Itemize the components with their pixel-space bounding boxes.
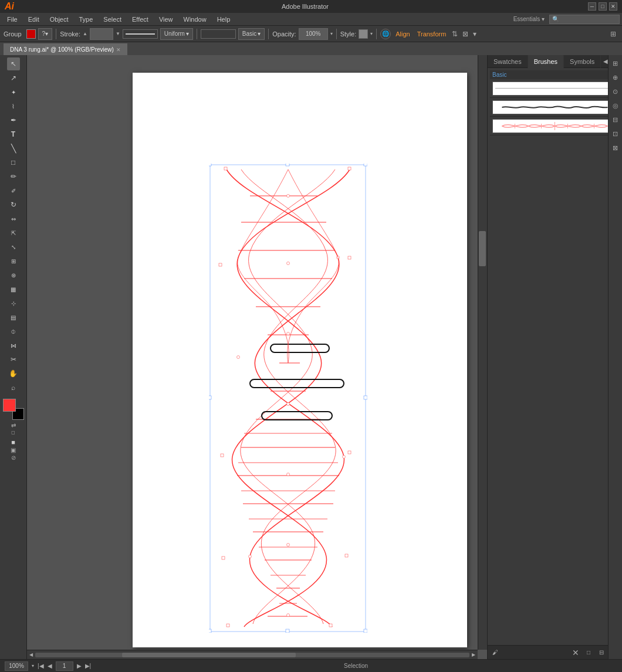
far-icon-1[interactable]: ⊞	[610, 57, 621, 69]
scroll-left-arrow[interactable]: ◀	[29, 652, 33, 657]
tool-pen[interactable]: ✒	[7, 114, 20, 127]
stroke-style-select[interactable]: Uniform▾	[160, 28, 193, 40]
page-nav-first[interactable]: |◀	[38, 663, 44, 669]
menu-edit[interactable]: Edit	[23, 15, 44, 24]
transform-icon-2[interactable]: ⊠	[461, 30, 469, 38]
tool-scale[interactable]: ⇱	[7, 226, 20, 239]
page-input[interactable]	[56, 661, 73, 671]
minimize-button[interactable]: ─	[588, 2, 596, 11]
transform-button[interactable]: Transform	[415, 30, 449, 38]
stroke-label: Stroke:	[60, 30, 80, 38]
panel-add-button[interactable]: ✕	[570, 647, 581, 658]
tool-line[interactable]: ╲	[7, 142, 20, 155]
menu-select[interactable]: Select	[99, 15, 126, 24]
document-tab[interactable]: DNA 3 rung.ai* @ 100% (RGB/Preview) ✕	[4, 43, 127, 55]
close-button[interactable]: ✕	[609, 2, 617, 11]
tool-rectangle[interactable]: □	[7, 156, 20, 169]
style-dropdown[interactable]: ▾	[370, 31, 373, 36]
tool-lasso[interactable]: ⌇	[7, 100, 20, 113]
vertical-scrollbar[interactable]	[478, 55, 487, 650]
tool-mesh[interactable]: ⊹	[7, 297, 20, 310]
stroke-up-btn[interactable]: ▲	[83, 31, 87, 36]
tool-pencil[interactable]: ✐	[7, 184, 20, 197]
zoom-input[interactable]	[5, 661, 28, 671]
panel-copy-button[interactable]: ⊟	[596, 647, 607, 658]
tool-gradient[interactable]: ▤	[7, 311, 20, 324]
tool-selection[interactable]: ↖	[7, 57, 20, 70]
search-input[interactable]	[549, 15, 620, 24]
tool-rotate[interactable]: ↻	[7, 198, 20, 211]
svg-rect-35	[345, 554, 348, 557]
arrange-icon[interactable]: ⊞	[608, 30, 618, 38]
canvas-area[interactable]: ◀ ▶	[27, 55, 487, 659]
menu-window[interactable]: Window	[179, 15, 211, 24]
far-icon-7[interactable]: ⊠	[610, 142, 621, 154]
panel-paint-button[interactable]: 🖌	[490, 647, 501, 658]
horizontal-scrollbar[interactable]: ◀ ▶	[27, 650, 478, 659]
opacity-input[interactable]	[299, 28, 328, 40]
tool-hand[interactable]: ✋	[7, 367, 20, 380]
fill-color-box[interactable]	[26, 29, 36, 39]
zoom-dropdown[interactable]: ▾	[32, 663, 34, 668]
tool-paintbrush[interactable]: ✏	[7, 170, 20, 183]
color-mode-normal[interactable]: ■	[11, 439, 15, 446]
brush-item-2[interactable]	[490, 98, 620, 117]
align-button[interactable]: Align	[393, 30, 412, 38]
svg-point-48	[249, 555, 252, 558]
style-preview-box[interactable]	[359, 29, 368, 39]
brush-item-1[interactable]	[490, 79, 620, 98]
menu-view[interactable]: View	[154, 15, 178, 24]
tool-mirror[interactable]: ⇔	[7, 212, 20, 225]
default-colors[interactable]: ◻	[11, 430, 15, 435]
transform-icon-1[interactable]: ⇅	[451, 30, 459, 38]
transform-icon-3[interactable]: ▾	[472, 30, 478, 38]
menu-type[interactable]: Type	[75, 15, 98, 24]
panel-library-button[interactable]: □	[583, 647, 594, 658]
world-icon[interactable]: 🌐	[380, 29, 391, 39]
menu-object[interactable]: Object	[45, 15, 73, 24]
tool-warp[interactable]: ⤡	[7, 240, 20, 253]
maximize-button[interactable]: □	[599, 2, 607, 11]
stroke-down-btn[interactable]: ▼	[116, 31, 120, 36]
tool-zoom[interactable]: ⌕	[7, 381, 20, 394]
scroll-right-arrow[interactable]: ▶	[472, 652, 475, 657]
tool-symbol-sprayer[interactable]: ⊛	[7, 269, 20, 281]
scroll-thumb-vertical[interactable]	[479, 231, 486, 266]
gradient-mode[interactable]: ▣	[11, 447, 16, 453]
page-nav-next[interactable]: ▶	[77, 663, 82, 669]
far-icon-3[interactable]: ⊙	[610, 86, 621, 97]
tab-brushes[interactable]: Brushes	[528, 55, 564, 68]
tab-symbols[interactable]: Symbols	[564, 55, 601, 68]
tool-graph[interactable]: ▦	[7, 283, 20, 296]
tool-free-transform[interactable]: ⊞	[7, 254, 20, 267]
tool-type[interactable]: T	[7, 128, 20, 141]
none-mode[interactable]: ⊘	[11, 454, 16, 461]
menu-effect[interactable]: Effect	[127, 15, 153, 24]
page-nav-prev[interactable]: ◀	[48, 663, 52, 669]
svg-rect-36	[227, 624, 229, 627]
fill-swatch[interactable]	[3, 399, 16, 412]
page-nav-last[interactable]: ▶|	[85, 663, 92, 669]
workspace-essentials[interactable]: Essentials ▾	[510, 16, 548, 22]
opacity-dropdown[interactable]: ▾	[330, 31, 333, 36]
brush-style-select[interactable]: Basic▾	[238, 28, 265, 40]
far-icon-2[interactable]: ⊕	[610, 72, 621, 83]
far-icon-6[interactable]: ⊡	[610, 128, 621, 140]
tab-swatches[interactable]: Swatches	[488, 55, 528, 68]
tool-scissors[interactable]: ✂	[7, 353, 20, 366]
tab-close-button[interactable]: ✕	[116, 47, 121, 53]
group-label: Group	[4, 30, 22, 38]
tool-blend[interactable]: ⋈	[7, 339, 20, 352]
far-icon-5[interactable]: ⊟	[610, 114, 621, 125]
stroke-weight-input[interactable]	[90, 28, 113, 40]
tool-direct-selection[interactable]: ↗	[7, 72, 20, 84]
question-button[interactable]: ?▾	[38, 28, 53, 40]
tool-magic-wand[interactable]: ✦	[7, 86, 20, 99]
far-icon-4[interactable]: ◎	[610, 100, 621, 111]
menu-help[interactable]: Help	[212, 15, 235, 24]
swap-colors[interactable]: ⇄	[11, 422, 16, 429]
brush-item-3[interactable]	[490, 117, 620, 135]
menu-file[interactable]: File	[2, 15, 22, 24]
tool-eyedropper[interactable]: ⌽	[7, 325, 20, 338]
svg-point-43	[287, 544, 290, 547]
